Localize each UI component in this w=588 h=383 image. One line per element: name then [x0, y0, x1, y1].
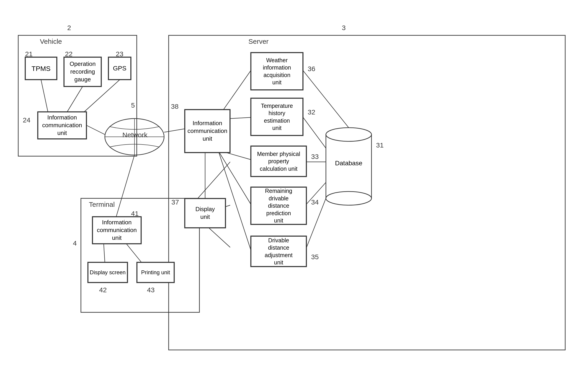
- diagram-container: 2 3 4 5 Vehicle Server Terminal TPMS 21 …: [0, 0, 588, 383]
- svg-rect-1: [169, 35, 565, 350]
- svg-line-32: [219, 152, 251, 204]
- drivable-distance-adj-box: Drivabledistanceadjustmentunit: [251, 236, 307, 267]
- ref-3: 3: [342, 24, 346, 32]
- temp-history-box: Temperaturehistoryestimationunit: [251, 98, 303, 136]
- ref-5: 5: [131, 102, 135, 109]
- ref-36: 36: [308, 65, 315, 73]
- ref-35: 35: [311, 253, 319, 261]
- vehicle-label: Vehicle: [40, 38, 62, 45]
- network-label: Network: [122, 131, 147, 139]
- remaining-drivable-box: Remainingdrivabledistancepredictionunit: [251, 187, 307, 225]
- svg-line-24: [67, 87, 83, 112]
- ref-34: 34: [311, 198, 319, 206]
- info-comm-unit-vehicle: Informationcommunicationunit: [38, 112, 87, 139]
- ref-37: 37: [171, 198, 179, 206]
- ref-31: 31: [376, 141, 384, 149]
- ref-33: 33: [311, 153, 319, 161]
- display-unit-box: Displayunit: [185, 198, 226, 228]
- svg-point-18: [326, 192, 372, 205]
- svg-line-40: [104, 244, 105, 262]
- info-comm-unit-server: Informationcommunicationunit: [185, 109, 230, 153]
- info-comm-unit-terminal: Informationcommunicationunit: [92, 216, 141, 244]
- member-physical-box: Member physicalpropertycalculation unit: [251, 146, 307, 177]
- svg-line-30: [230, 117, 251, 119]
- svg-line-23: [41, 80, 48, 112]
- display-screen-box: Display screen: [88, 262, 128, 283]
- tpms-box: TPMS: [25, 57, 57, 80]
- ref-24: 24: [23, 116, 30, 124]
- server-label: Server: [249, 38, 269, 45]
- svg-line-27: [164, 129, 185, 132]
- ref-38: 38: [171, 103, 178, 110]
- ref-4: 4: [73, 239, 77, 247]
- svg-line-28: [116, 155, 134, 216]
- ref-32: 32: [308, 108, 315, 116]
- svg-rect-2: [81, 198, 199, 312]
- svg-line-26: [87, 125, 105, 134]
- ref-23: 23: [116, 50, 123, 58]
- weather-info-box: Weatherinformationacquisitionunit: [251, 52, 303, 90]
- operation-recording-gauge-box: Operationrecordinggauge: [64, 57, 102, 87]
- svg-line-39: [303, 71, 349, 128]
- svg-line-35: [303, 117, 326, 148]
- gps-box: GPS: [108, 57, 131, 80]
- terminal-label: Terminal: [89, 201, 115, 208]
- ref-22: 22: [65, 50, 72, 58]
- ref-21: 21: [25, 50, 33, 58]
- ref-42: 42: [99, 286, 107, 294]
- database-label: Database: [326, 160, 372, 167]
- ref-43: 43: [147, 286, 154, 294]
- ref-41: 41: [131, 210, 139, 217]
- printing-unit-box: Printing unit: [137, 262, 174, 283]
- svg-line-41: [126, 244, 141, 262]
- svg-point-17: [326, 128, 372, 141]
- ref-2: 2: [67, 24, 71, 32]
